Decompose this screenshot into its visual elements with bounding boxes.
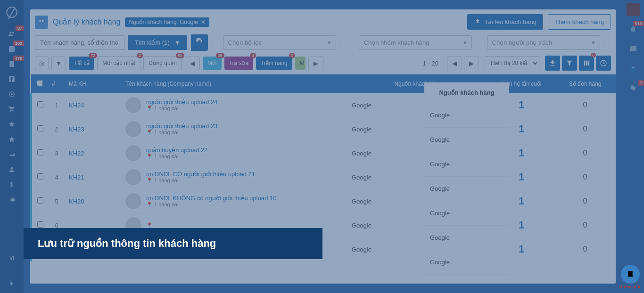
table-row[interactable]: 5 KH20 on ĐNDL KHÔNG có người giới thiệu… bbox=[31, 189, 616, 213]
nav-chart[interactable] bbox=[3, 147, 20, 162]
row-checkbox[interactable] bbox=[37, 197, 43, 203]
tab-potential-label: Tiềm năng bbox=[261, 60, 288, 66]
nav-money[interactable] bbox=[3, 117, 20, 132]
lang-label[interactable]: VI bbox=[9, 256, 14, 261]
left-sidebar: 87 102 478 $ VI bbox=[0, 0, 24, 293]
highlight-cell: Google bbox=[424, 152, 509, 177]
search-label: Tìm kiếm (1) bbox=[135, 39, 170, 46]
select-all-checkbox[interactable] bbox=[37, 80, 43, 86]
help-icon[interactable]: ? bbox=[626, 62, 640, 75]
svg-text:$: $ bbox=[10, 181, 13, 188]
banner-text: Lưu trữ nguồn thông tin khách hàng bbox=[38, 237, 308, 250]
tab-all[interactable]: Tất cả72 bbox=[69, 57, 94, 70]
orders-cell: 0 bbox=[554, 117, 616, 141]
row-checkbox[interactable] bbox=[37, 125, 43, 131]
filter-icon[interactable] bbox=[562, 56, 577, 71]
caret-button[interactable]: ▼ bbox=[51, 57, 66, 70]
tab-new[interactable]: Mới26 bbox=[203, 57, 222, 70]
help-button[interactable]: Hướng dẫn bbox=[619, 265, 642, 289]
customer-code[interactable]: KH23 bbox=[69, 126, 84, 133]
page-next[interactable]: ▶ bbox=[464, 57, 479, 70]
nav-star[interactable] bbox=[3, 132, 20, 147]
row-num: 3 bbox=[48, 141, 65, 165]
tab-m[interactable]: M bbox=[295, 57, 305, 70]
customer-name[interactable]: on ĐNDL KHÔNG có người giới thiệu upload… bbox=[146, 195, 276, 202]
add-button[interactable]: Thêm khách hàng bbox=[548, 14, 611, 30]
customer-sub: 📍 1 hàng bài bbox=[146, 106, 217, 112]
filter-select-label: Chọn bộ lọc bbox=[228, 39, 262, 46]
orders-cell: 0 bbox=[554, 93, 616, 117]
customer-code[interactable]: KH24 bbox=[69, 102, 84, 109]
page-prev[interactable]: ◀ bbox=[447, 57, 462, 70]
filter-chip[interactable]: Nguồn khách hàng: Google✕ bbox=[125, 17, 209, 27]
row-num: 2 bbox=[48, 117, 65, 141]
table-row[interactable]: 2 KH23 người giới thiệu upload 23📍 1 hàn… bbox=[31, 117, 616, 141]
table-row[interactable]: 4 KH21 on ĐNDL CÓ người giới thiệu uploa… bbox=[31, 165, 616, 189]
col-num: # bbox=[48, 74, 65, 93]
row-checkbox[interactable] bbox=[37, 101, 43, 107]
table-row[interactable]: 1 KH24 người giới thiệu upload 24📍 1 hàn… bbox=[31, 93, 616, 117]
app-logo[interactable] bbox=[3, 4, 20, 21]
tab-update[interactable]: Mới cập nhật2 bbox=[97, 56, 140, 70]
nav-dollar[interactable]: $ bbox=[3, 177, 20, 192]
tab-next[interactable]: ▶ bbox=[308, 57, 323, 70]
nav-reports[interactable]: 478 bbox=[3, 57, 20, 72]
tab-dont[interactable]: Đừng quên59 bbox=[143, 56, 182, 70]
group-select[interactable]: Chọn nhóm khách hàng▾ bbox=[359, 35, 472, 50]
tab-tea-label: Trà sữa bbox=[229, 60, 249, 66]
refresh-button[interactable] bbox=[191, 34, 208, 51]
search-button[interactable]: Tìm kiếm (1)▼ bbox=[128, 35, 187, 50]
avatar bbox=[125, 97, 141, 113]
bullseye-button[interactable]: ◎ bbox=[35, 57, 49, 70]
nav-badge-3: 478 bbox=[13, 56, 24, 61]
tab-potential[interactable]: Tiềm năng3 bbox=[256, 57, 292, 70]
customer-sub: 📍 1 hàng bài bbox=[146, 154, 207, 160]
show-select[interactable]: Hiển thị 20 kết bbox=[485, 56, 539, 70]
customer-code[interactable]: KH22 bbox=[69, 150, 84, 157]
tab-all-badge: 72 bbox=[89, 53, 97, 58]
tab-dont-label: Đừng quên bbox=[149, 60, 177, 66]
nav-person[interactable] bbox=[3, 162, 20, 177]
col-name: Tên khách hàng (Company name) bbox=[122, 74, 329, 93]
tab-new-badge: 26 bbox=[216, 53, 224, 58]
avatar bbox=[125, 145, 141, 161]
close-icon[interactable]: ✕ bbox=[201, 19, 206, 25]
assignee-select[interactable]: Chọn người phụ trách▾ bbox=[487, 35, 600, 50]
upload-button[interactable]: Tải lên khách hàng bbox=[467, 14, 543, 30]
nav-target[interactable] bbox=[3, 87, 20, 102]
tab-tea[interactable]: Trà sữa4 bbox=[224, 57, 254, 70]
customer-sub: 📍 1 hàng bài bbox=[146, 178, 255, 184]
customer-name[interactable]: người giới thiệu upload 24 bbox=[146, 98, 217, 106]
customer-sub: 📍 1 hàng bài bbox=[146, 130, 217, 136]
customer-name[interactable]: người giới thiệu upload 23 bbox=[146, 122, 217, 130]
user-avatar[interactable] bbox=[627, 3, 640, 16]
nav-orders[interactable]: 102 bbox=[3, 41, 20, 57]
nav-facebook[interactable] bbox=[3, 72, 20, 87]
row-checkbox[interactable] bbox=[37, 149, 43, 155]
expand-sidebar[interactable] bbox=[8, 280, 16, 289]
customer-code[interactable]: KH20 bbox=[69, 198, 84, 205]
clock-icon[interactable] bbox=[596, 56, 611, 71]
columns-icon[interactable]: 0 bbox=[579, 56, 594, 71]
bell-icon[interactable]: 916 bbox=[626, 23, 640, 36]
table-row[interactable]: 3 KH22 quận huyện upload 22📍 1 hàng bài … bbox=[31, 141, 616, 165]
nav-settings[interactable] bbox=[3, 192, 20, 207]
download-icon[interactable] bbox=[545, 56, 560, 71]
row-checkbox[interactable] bbox=[37, 173, 43, 179]
tabs-row: ◎ ▼ Tất cả72 Mới cập nhật2 Đừng quên59 ◀… bbox=[30, 56, 616, 74]
tab-prev[interactable]: ◀ bbox=[185, 57, 200, 70]
tab-tea-badge: 4 bbox=[250, 53, 256, 58]
chat-icon[interactable] bbox=[626, 42, 640, 56]
search-input[interactable] bbox=[35, 35, 124, 50]
tag-icon[interactable]: 3 bbox=[626, 82, 640, 95]
tag-badge: 3 bbox=[638, 80, 644, 86]
customer-code[interactable]: KH21 bbox=[69, 174, 84, 181]
col-orders: Số đơn hàng bbox=[554, 74, 616, 93]
nav-users[interactable]: 87 bbox=[3, 26, 20, 41]
customer-name[interactable]: on ĐNDL CÓ người giới thiệu upload 21 bbox=[146, 171, 255, 178]
customer-name[interactable]: quận huyện upload 22 bbox=[146, 146, 207, 154]
filter-select[interactable]: Chọn bộ lọc▾ bbox=[223, 35, 336, 50]
row-checkbox[interactable] bbox=[37, 221, 43, 228]
row-num: 4 bbox=[48, 165, 65, 189]
nav-cart[interactable] bbox=[3, 102, 20, 117]
